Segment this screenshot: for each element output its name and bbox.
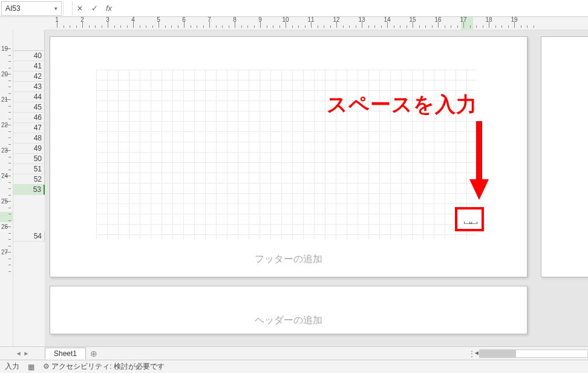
row-header[interactable]: 40 bbox=[13, 51, 45, 61]
space-char-icon: ⎵⎵ bbox=[464, 212, 475, 227]
ruler-label: 10 bbox=[282, 16, 289, 23]
ruler-label: 9 bbox=[258, 16, 262, 23]
ruler-label: 4 bbox=[131, 16, 135, 23]
accessibility-icon: ⚙ bbox=[43, 362, 50, 371]
new-sheet-button[interactable]: ⊕ bbox=[86, 349, 102, 358]
cancel-button[interactable]: ✕ bbox=[73, 1, 87, 16]
ruler-label: 13 bbox=[358, 16, 365, 23]
scroll-left-icon[interactable]: ◄ bbox=[474, 349, 480, 356]
ruler-label: 18 bbox=[485, 16, 492, 23]
annotation-text: スペースを入力 bbox=[327, 91, 477, 119]
formula-bar-separator bbox=[63, 1, 73, 16]
select-all-triangle[interactable] bbox=[13, 30, 45, 51]
ruler-label: 27 bbox=[1, 249, 8, 256]
macro-record-icon[interactable]: ▦ bbox=[28, 363, 34, 371]
name-box[interactable]: AI53 ▾ bbox=[1, 1, 62, 16]
ruler-label: 1 bbox=[55, 16, 59, 23]
ruler-label: 22 bbox=[1, 122, 8, 128]
ruler-label: 25 bbox=[1, 198, 8, 205]
page-layout-viewport[interactable]: ABCDEFGHIJKLMNOPQRSTUVWXYZAAABACADAEAFAG… bbox=[45, 30, 588, 346]
add-header-placeholder[interactable]: ヘッダーの追加 bbox=[255, 314, 322, 327]
row-headers: 4041424344454647484950515253 54 bbox=[13, 30, 45, 346]
page-gap bbox=[13, 195, 45, 231]
row-header[interactable]: 44 bbox=[13, 92, 45, 102]
insert-function-button[interactable]: fx bbox=[102, 1, 116, 16]
ruler-label: 17 bbox=[460, 16, 466, 23]
name-box-value: AI53 bbox=[5, 4, 54, 13]
row-header[interactable]: 51 bbox=[13, 164, 45, 174]
ruler-label: 11 bbox=[307, 16, 314, 23]
ruler-label: 6 bbox=[182, 16, 186, 23]
ruler-label: 26 bbox=[1, 223, 8, 230]
ruler-label: 23 bbox=[1, 147, 8, 154]
accessibility-label: アクセシビリティ: 検討が必要です bbox=[51, 362, 165, 371]
sheet-tab-1[interactable]: Sheet1 bbox=[45, 348, 86, 360]
ruler-label: 7 bbox=[207, 16, 211, 23]
sheet-nav-buttons[interactable]: ◄ ► bbox=[0, 350, 45, 357]
ruler-label: 3 bbox=[106, 16, 109, 23]
horizontal-scrollbar[interactable]: ◄ ► bbox=[479, 349, 588, 358]
page-right[interactable] bbox=[541, 36, 588, 277]
ruler-label: 19 bbox=[511, 16, 517, 23]
row-header[interactable]: 45 bbox=[13, 102, 45, 113]
ruler-label: 21 bbox=[1, 96, 8, 103]
ruler-label: 16 bbox=[434, 16, 441, 23]
row-header[interactable]: 43 bbox=[13, 82, 45, 92]
ruler-highlight bbox=[0, 212, 13, 222]
svg-marker-1 bbox=[469, 179, 489, 200]
page-1[interactable]: フッターの追加 bbox=[50, 36, 528, 277]
ruler-label: 12 bbox=[333, 16, 339, 23]
ruler-label: 19 bbox=[1, 45, 8, 52]
scrollbar-thumb[interactable] bbox=[480, 350, 516, 357]
row-header[interactable]: 42 bbox=[13, 71, 45, 82]
add-footer-placeholder[interactable]: フッターの追加 bbox=[255, 253, 322, 266]
row-header[interactable]: 50 bbox=[13, 154, 45, 164]
chevron-down-icon[interactable]: ▾ bbox=[54, 5, 57, 12]
row-header[interactable]: 46 bbox=[13, 113, 45, 123]
ruler-label: 8 bbox=[233, 16, 237, 23]
sheet-tab-bar: ◄ ► Sheet1 ⊕ ⋮ ◄ ► bbox=[0, 346, 588, 360]
row-header[interactable]: 49 bbox=[13, 144, 45, 154]
row-header[interactable]: 41 bbox=[13, 61, 45, 71]
page-2[interactable]: ヘッダーの追加 bbox=[50, 286, 528, 334]
mode-indicator: 入力 bbox=[5, 361, 19, 372]
accessibility-status[interactable]: ⚙ アクセシビリティ: 検討が必要です bbox=[43, 361, 165, 372]
ruler-label: 15 bbox=[409, 16, 416, 23]
ruler-label: 24 bbox=[1, 173, 8, 179]
row-header[interactable]: 48 bbox=[13, 133, 45, 144]
enter-button[interactable]: ✓ bbox=[87, 1, 102, 16]
ruler-label: 14 bbox=[384, 16, 390, 23]
row-header[interactable]: 54 bbox=[13, 231, 45, 242]
formula-bar-row: AI53 ▾ ✕ ✓ fx bbox=[0, 0, 588, 17]
annotation-highlight-box: ⎵⎵ bbox=[455, 207, 484, 231]
ruler-label: 2 bbox=[80, 16, 84, 23]
ruler-label: 20 bbox=[1, 71, 8, 78]
row-header[interactable]: 47 bbox=[13, 123, 45, 133]
worksheet-area: 192021222324252627 404142434445464748495… bbox=[0, 30, 588, 346]
row-header[interactable]: 53 bbox=[13, 185, 45, 195]
ruler-label: 5 bbox=[157, 16, 160, 23]
status-bar: 入力 ▦ ⚙ アクセシビリティ: 検討が必要です bbox=[0, 360, 588, 373]
vertical-ruler[interactable]: 192021222324252627 bbox=[0, 30, 13, 346]
horizontal-ruler[interactable]: 12345678910111213141516171819 bbox=[45, 17, 588, 30]
annotation-arrow-icon bbox=[467, 121, 491, 200]
formula-input[interactable] bbox=[116, 1, 588, 16]
row-header[interactable]: 52 bbox=[13, 174, 45, 185]
